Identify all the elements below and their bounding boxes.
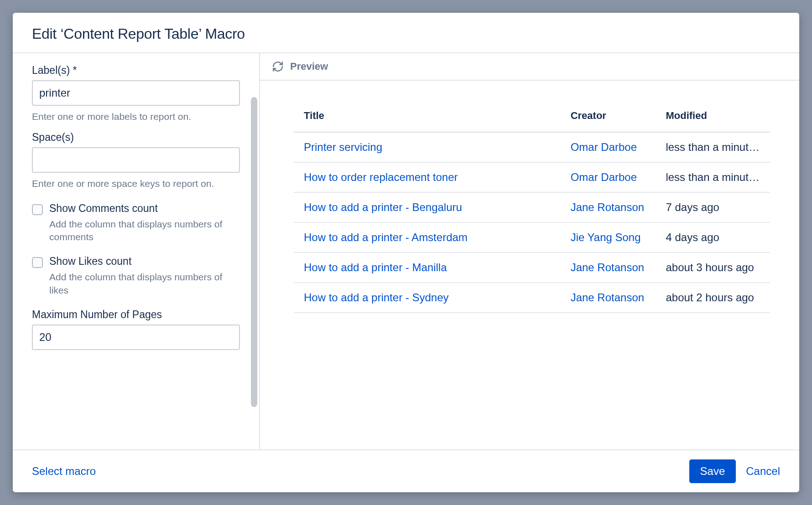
modified-cell: less than a minute ago (656, 162, 770, 192)
footer-actions: Save Cancel (689, 459, 780, 483)
dialog-body: Label(s) * Enter one or more labels to r… (13, 53, 799, 449)
table-row: How to add a printer - Sydney Jane Rotan… (294, 283, 770, 313)
macro-edit-dialog: Edit ‘Content Report Table’ Macro Label(… (13, 13, 799, 492)
max-pages-input[interactable] (32, 325, 240, 350)
show-likes-help: Add the column that displays numbers of … (49, 271, 240, 297)
report-table: Title Creator Modified Printer servicing… (294, 103, 770, 313)
dialog-header: Edit ‘Content Report Table’ Macro (13, 13, 799, 53)
config-panel: Label(s) * Enter one or more labels to r… (13, 53, 260, 449)
creator-link[interactable]: Omar Darboe (571, 141, 637, 153)
creator-link[interactable]: Jie Yang Song (571, 231, 641, 243)
labels-help: Enter one or more labels to report on. (32, 110, 240, 123)
col-header-modified[interactable]: Modified (656, 103, 770, 132)
field-spaces: Space(s) Enter one or more space keys to… (32, 131, 240, 190)
table-row: How to add a printer - Amsterdam Jie Yan… (294, 222, 770, 252)
preview-header: Preview (260, 53, 799, 81)
field-labels: Label(s) * Enter one or more labels to r… (32, 64, 240, 123)
creator-link[interactable]: Jane Rotanson (571, 291, 644, 304)
spaces-help: Enter one or more space keys to report o… (32, 177, 240, 190)
creator-link[interactable]: Jane Rotanson (571, 201, 644, 213)
col-header-title[interactable]: Title (294, 103, 561, 132)
table-header-row: Title Creator Modified (294, 103, 770, 132)
report-tbody: Printer servicing Omar Darboe less than … (294, 132, 770, 313)
spaces-input[interactable] (32, 147, 240, 173)
show-likes-label: Show Likes count (49, 255, 131, 268)
page-link[interactable]: How to order replacement toner (304, 171, 458, 183)
creator-link[interactable]: Omar Darboe (571, 171, 637, 183)
labels-label: Label(s) * (32, 64, 240, 77)
save-button[interactable]: Save (689, 459, 736, 483)
select-macro-link[interactable]: Select macro (32, 465, 96, 478)
refresh-icon[interactable] (272, 61, 284, 72)
page-link[interactable]: How to add a printer - Bengaluru (304, 201, 462, 213)
col-header-creator[interactable]: Creator (561, 103, 656, 132)
field-max-pages: Maximum Number of Pages (32, 309, 240, 350)
modified-cell: 4 days ago (656, 222, 770, 252)
dialog-footer: Select macro Save Cancel (13, 449, 799, 492)
dialog-title: Edit ‘Content Report Table’ Macro (32, 26, 780, 42)
page-link[interactable]: How to add a printer - Amsterdam (304, 231, 468, 243)
page-link[interactable]: How to add a printer - Manilla (304, 261, 447, 273)
table-row: How to add a printer - Bengaluru Jane Ro… (294, 192, 770, 222)
field-show-likes: Show Likes count Add the column that dis… (32, 255, 240, 297)
modified-cell: 7 days ago (656, 192, 770, 222)
modified-cell: about 3 hours ago (656, 252, 770, 283)
page-link[interactable]: Printer servicing (304, 141, 382, 153)
table-row: Printer servicing Omar Darboe less than … (294, 132, 770, 162)
table-row: How to order replacement toner Omar Darb… (294, 162, 770, 192)
show-comments-help: Add the column that displays numbers of … (49, 218, 240, 244)
creator-link[interactable]: Jane Rotanson (571, 261, 644, 273)
preview-panel: Preview Title Creator Modified (260, 53, 799, 449)
config-scrollbar-thumb[interactable] (251, 97, 257, 407)
page-link[interactable]: How to add a printer - Sydney (304, 291, 449, 304)
modified-cell: less than a minute ago (656, 132, 770, 162)
spaces-label: Space(s) (32, 131, 240, 144)
preview-content: Title Creator Modified Printer servicing… (260, 81, 799, 449)
modified-cell: about 2 hours ago (656, 283, 770, 313)
field-show-comments: Show Comments count Add the column that … (32, 202, 240, 244)
config-scroll-area[interactable]: Label(s) * Enter one or more labels to r… (13, 53, 259, 449)
preview-heading: Preview (290, 61, 328, 72)
labels-input[interactable] (32, 80, 240, 106)
table-row: How to add a printer - Manilla Jane Rota… (294, 252, 770, 283)
show-likes-checkbox[interactable] (32, 257, 43, 268)
cancel-button[interactable]: Cancel (746, 465, 780, 478)
dialog-overlay: Edit ‘Content Report Table’ Macro Label(… (0, 0, 812, 505)
show-comments-checkbox[interactable] (32, 204, 43, 215)
show-comments-label: Show Comments count (49, 202, 158, 215)
max-pages-label: Maximum Number of Pages (32, 309, 240, 321)
